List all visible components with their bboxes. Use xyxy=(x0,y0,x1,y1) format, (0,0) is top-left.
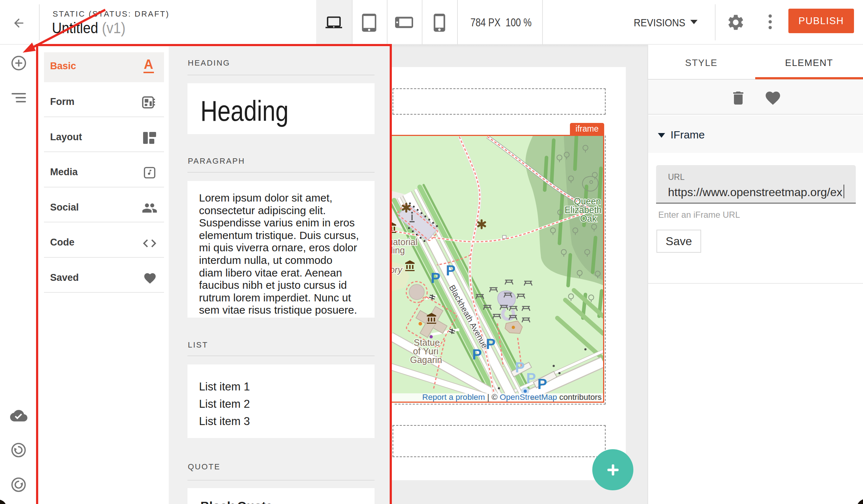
svg-text:ding: ding xyxy=(391,245,405,255)
svg-text:Report a problem | © OpenStree: Report a problem | © OpenStreetMap contr… xyxy=(422,393,602,402)
svg-text:tory: tory xyxy=(391,265,403,275)
svg-text:P: P xyxy=(537,376,547,392)
svg-text:P: P xyxy=(526,370,536,386)
svg-text:P: P xyxy=(472,346,482,362)
svg-text:P: P xyxy=(486,336,496,352)
svg-text:P: P xyxy=(446,262,456,278)
svg-text:Oak: Oak xyxy=(580,213,597,224)
svg-text:P: P xyxy=(515,359,525,375)
svg-text:Gagarin: Gagarin xyxy=(410,355,442,365)
svg-text:P: P xyxy=(431,270,441,286)
